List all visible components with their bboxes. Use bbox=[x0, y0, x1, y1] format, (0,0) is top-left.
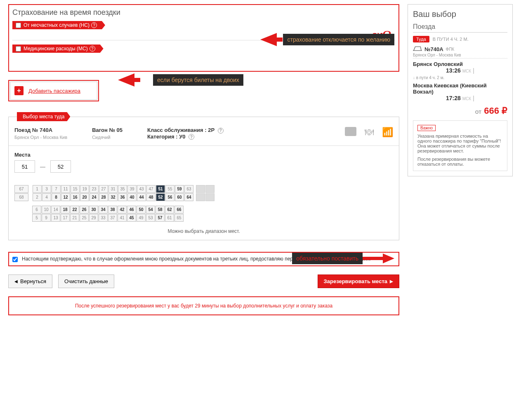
seat[interactable]: 8 bbox=[52, 193, 61, 201]
seat[interactable]: 34 bbox=[99, 206, 108, 214]
seat[interactable]: 54 bbox=[146, 206, 155, 214]
meal-icon: 🍽 bbox=[365, 127, 374, 138]
seat[interactable]: 2 bbox=[33, 193, 42, 201]
insurance-medical-option[interactable]: Медицинские расходы (МС) ? bbox=[12, 45, 104, 53]
arrival-station: Москва Киевская (Киевский Вокзал) bbox=[413, 82, 507, 95]
seat[interactable]: 17 bbox=[61, 214, 70, 222]
chevron-right-icon: ▶ bbox=[390, 279, 393, 284]
seat[interactable]: 55 bbox=[165, 185, 174, 193]
seat[interactable]: 57 bbox=[156, 214, 165, 222]
seat[interactable]: 24 bbox=[90, 193, 99, 201]
seat[interactable]: 53 bbox=[146, 214, 155, 222]
seat[interactable]: 15 bbox=[71, 185, 80, 193]
seat[interactable]: 9 bbox=[42, 214, 51, 222]
seat[interactable]: 62 bbox=[165, 206, 174, 214]
insurance-accident-option[interactable]: От несчастных случаев (НС) ? bbox=[12, 21, 105, 29]
seat-from-input[interactable] bbox=[14, 160, 35, 173]
seat[interactable]: 33 bbox=[99, 214, 108, 222]
seat[interactable]: 26 bbox=[80, 206, 89, 214]
seat[interactable]: 10 bbox=[42, 206, 51, 214]
add-passenger-button[interactable]: + Добавить пассажира bbox=[10, 82, 97, 100]
seat[interactable]: 68 bbox=[14, 193, 28, 201]
cancel-note: После резервирования вы можете отказатьс… bbox=[417, 157, 503, 167]
help-icon[interactable]: ? bbox=[218, 128, 224, 134]
seat[interactable]: 16 bbox=[71, 193, 80, 201]
seat[interactable]: 13 bbox=[51, 214, 60, 222]
seat[interactable]: 7 bbox=[52, 185, 61, 193]
seat[interactable]: 65 bbox=[174, 214, 184, 222]
seat[interactable]: 6 bbox=[32, 206, 41, 214]
seat[interactable]: 1 bbox=[33, 185, 42, 193]
seat[interactable]: 58 bbox=[156, 206, 165, 214]
sidebar-trains-label: Поезда bbox=[413, 23, 507, 33]
seat[interactable]: 30 bbox=[89, 206, 98, 214]
seat[interactable]: 12 bbox=[61, 193, 70, 201]
seat[interactable]: 28 bbox=[99, 193, 108, 201]
seat[interactable]: 19 bbox=[80, 185, 89, 193]
seat[interactable]: 48 bbox=[146, 193, 156, 201]
annotation-insurance: страхование отключается по желанию bbox=[283, 34, 394, 45]
plus-icon: + bbox=[14, 86, 24, 95]
reserve-button[interactable]: Зарезервировать места ▶ bbox=[318, 275, 399, 288]
seat[interactable]: 11 bbox=[61, 185, 70, 193]
price: 666 ₽ bbox=[484, 106, 507, 116]
seat[interactable]: 35 bbox=[118, 185, 127, 193]
seat[interactable]: 42 bbox=[118, 206, 127, 214]
seat[interactable]: 4 bbox=[42, 193, 51, 201]
wifi-icon: 📶 bbox=[382, 127, 393, 138]
insurance-medical-checkbox[interactable] bbox=[16, 46, 21, 52]
seat[interactable]: 22 bbox=[70, 206, 79, 214]
seat[interactable]: 18 bbox=[61, 206, 70, 214]
seat-to-input[interactable] bbox=[50, 160, 71, 173]
seat[interactable]: 14 bbox=[51, 206, 60, 214]
seat[interactable]: 27 bbox=[99, 185, 108, 193]
places-label: Места bbox=[9, 146, 399, 160]
insurance-accident-checkbox[interactable] bbox=[16, 23, 21, 28]
seat[interactable]: 59 bbox=[175, 185, 184, 193]
service-class: Класс обслуживания : 2Р bbox=[147, 127, 215, 133]
seat[interactable]: 51 bbox=[156, 185, 165, 193]
sidebar-title: Ваш выбор bbox=[413, 9, 507, 19]
seat[interactable]: 37 bbox=[108, 214, 117, 222]
seat[interactable]: 31 bbox=[108, 185, 118, 193]
duration-label: В ПУТИ 4 Ч. 2 М. bbox=[433, 37, 469, 42]
seat[interactable]: 41 bbox=[118, 214, 127, 222]
seat[interactable]: 63 bbox=[184, 185, 193, 193]
seat[interactable]: 5 bbox=[32, 214, 41, 222]
train-icon bbox=[413, 46, 422, 53]
seat[interactable]: 21 bbox=[70, 214, 79, 222]
seat[interactable]: 40 bbox=[127, 193, 137, 201]
annotation-add-passenger: если берутся билеты на двоих bbox=[153, 74, 243, 86]
help-icon[interactable]: ? bbox=[90, 46, 95, 52]
help-icon[interactable]: ? bbox=[189, 134, 194, 140]
seat[interactable]: 20 bbox=[80, 193, 89, 201]
car-number: Вагон № 05 bbox=[92, 127, 123, 133]
seat[interactable]: 36 bbox=[118, 193, 127, 201]
seat[interactable]: 32 bbox=[108, 193, 118, 201]
seat[interactable]: 29 bbox=[89, 214, 98, 222]
seat[interactable]: 3 bbox=[42, 185, 51, 193]
seat[interactable]: 52 bbox=[156, 193, 165, 201]
seat[interactable]: 64 bbox=[184, 193, 193, 201]
seat[interactable]: 39 bbox=[127, 185, 137, 193]
seat[interactable]: 61 bbox=[165, 214, 174, 222]
seat[interactable]: 45 bbox=[127, 214, 136, 222]
help-icon[interactable]: ? bbox=[91, 22, 97, 28]
seat[interactable]: 44 bbox=[137, 193, 146, 201]
seat[interactable]: 43 bbox=[137, 185, 146, 193]
seat[interactable]: 23 bbox=[90, 185, 99, 193]
seat[interactable]: 25 bbox=[80, 214, 89, 222]
seat[interactable]: 56 bbox=[165, 193, 174, 201]
back-button[interactable]: ◀Вернуться bbox=[8, 275, 52, 288]
seat[interactable]: 67 bbox=[14, 185, 28, 193]
chevron-left-icon: ◀ bbox=[14, 279, 18, 284]
seat[interactable]: 60 bbox=[175, 193, 184, 201]
seat[interactable]: 47 bbox=[146, 185, 156, 193]
clear-button[interactable]: Очистить данные bbox=[58, 275, 114, 288]
insurance-title: Страхование на время поездки bbox=[12, 8, 395, 17]
seat[interactable]: 49 bbox=[137, 214, 146, 222]
seat[interactable]: 38 bbox=[108, 206, 117, 214]
seat[interactable]: 50 bbox=[137, 206, 146, 214]
seat[interactable]: 66 bbox=[174, 206, 184, 214]
seat[interactable]: 46 bbox=[127, 206, 136, 214]
